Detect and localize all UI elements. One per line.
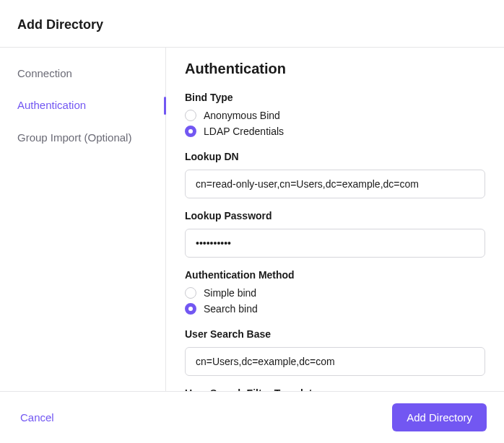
radio-label: LDAP Credentials (204, 126, 284, 137)
sidebar-item-connection[interactable]: Connection (0, 58, 165, 89)
sidebar: Connection Authentication Group Import (… (0, 48, 166, 391)
sidebar-item-authentication[interactable]: Authentication (0, 89, 165, 121)
add-directory-dialog: Add Directory Connection Authentication … (0, 0, 504, 443)
dialog-title: Add Directory (17, 17, 487, 32)
auth-method-search-bind[interactable]: Search bind (185, 301, 485, 317)
main-panel: Authentication Bind Type Anonymous Bind … (166, 48, 504, 391)
radio-icon (185, 287, 196, 299)
lookup-password-input[interactable] (185, 229, 485, 258)
radio-label: Search bind (204, 303, 258, 315)
radio-icon (185, 126, 196, 137)
radio-label: Simple bind (204, 287, 256, 299)
radio-icon (185, 303, 196, 315)
sidebar-item-label: Connection (17, 67, 72, 79)
cancel-button[interactable]: Cancel (17, 405, 57, 429)
user-search-base-input[interactable] (185, 347, 485, 376)
dialog-footer: Cancel Add Directory (0, 391, 504, 443)
sidebar-item-label: Group Import (Optional) (17, 131, 131, 144)
bind-type-ldap-credentials[interactable]: LDAP Credentials (185, 123, 485, 139)
add-directory-button[interactable]: Add Directory (392, 403, 487, 431)
radio-icon (185, 110, 196, 121)
panel-heading: Authentication (185, 61, 485, 77)
user-search-base-label: User Search Base (185, 328, 485, 340)
auth-method-simple-bind[interactable]: Simple bind (185, 285, 485, 301)
bind-type-anonymous[interactable]: Anonymous Bind (185, 108, 485, 123)
auth-method-label: Authentication Method (185, 269, 485, 281)
lookup-dn-input[interactable] (185, 170, 485, 198)
lookup-password-label: Lookup Password (185, 210, 485, 222)
lookup-dn-label: Lookup DN (185, 151, 485, 162)
sidebar-item-label: Authentication (17, 99, 86, 111)
dialog-body: Connection Authentication Group Import (… (0, 48, 504, 391)
bind-type-label: Bind Type (185, 92, 485, 103)
dialog-header: Add Directory (0, 0, 504, 48)
radio-label: Anonymous Bind (204, 110, 280, 121)
sidebar-item-group-import[interactable]: Group Import (Optional) (0, 122, 165, 154)
